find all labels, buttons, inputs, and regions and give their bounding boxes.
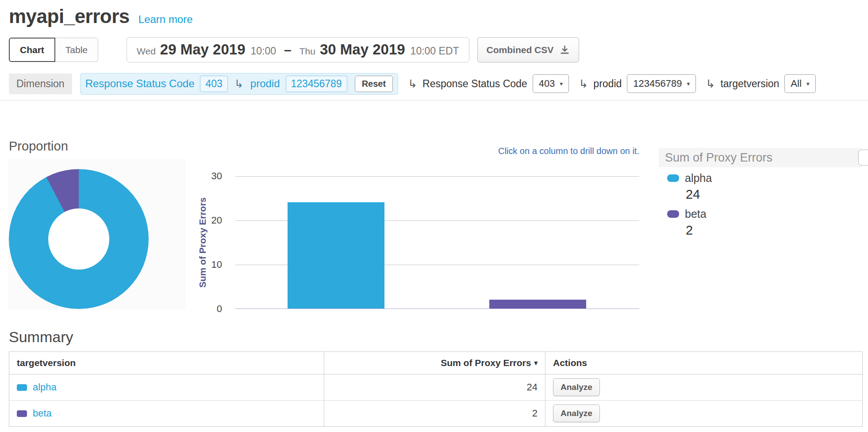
date-end-day: Thu <box>300 46 315 56</box>
donut-panel <box>8 159 186 310</box>
actions-cell: Analyze <box>545 401 862 426</box>
legend: alpha 24 beta 2 <box>667 172 712 243</box>
dimension-label: Dimension <box>9 73 72 94</box>
branch-arrow-icon: ↳ <box>706 77 715 90</box>
drilldown-dimension-name: prodid <box>250 77 280 90</box>
column-header-sum-of-proxy-errors[interactable]: Sum of Proxy Errors ▾ <box>324 352 545 374</box>
summary-title: Summary <box>9 328 73 346</box>
tick-label: 30 <box>211 170 222 182</box>
panel-collapse-handle[interactable] <box>858 150 868 166</box>
toolbar: Chart Table Wed29 May 201910:00–Thu30 Ma… <box>9 37 579 62</box>
table-header-row: targetversion Sum of Proxy Errors ▾ Acti… <box>9 352 862 374</box>
filter-dropdown-prodid[interactable]: 123456789 ▾ <box>627 74 696 93</box>
donut-chart[interactable] <box>9 169 149 309</box>
legend-label: alpha <box>685 172 712 185</box>
table-row-beta: beta 2 Analyze <box>9 400 862 426</box>
row-link-alpha[interactable]: alpha <box>33 382 57 393</box>
legend-panel-header: Sum of Proxy Errors <box>659 148 861 167</box>
y-axis-ticks: 30 20 10 0 <box>200 176 227 309</box>
value-cell: 24 <box>324 374 545 400</box>
legend-value: 2 <box>686 223 712 238</box>
tab-chart[interactable]: Chart <box>9 38 55 62</box>
beta-series-swatch <box>17 410 27 417</box>
branch-arrow-icon: ↳ <box>408 77 417 90</box>
filter-name-prodid: prodid <box>593 78 622 90</box>
date-range-separator: – <box>284 42 292 57</box>
filter-dropdown-response-status-code[interactable]: 403 ▾ <box>533 74 569 93</box>
value-cell: 2 <box>324 401 545 426</box>
legend-item: alpha <box>667 172 712 185</box>
date-end-date: 30 May 2019 <box>320 41 405 58</box>
proportion-title: Proportion <box>9 139 68 154</box>
drilldown-value-chip[interactable]: 403 <box>200 76 227 92</box>
summary-table: targetversion Sum of Proxy Errors ▾ Acti… <box>9 351 863 427</box>
drilldown-arrow-icon: ↳ <box>234 77 244 90</box>
dropdown-selected-value: 123456789 <box>633 78 682 89</box>
learn-more-link[interactable]: Learn more <box>138 13 193 26</box>
table-row-alpha: alpha 24 Analyze <box>9 374 862 400</box>
date-end-time: 10:00 EDT <box>411 45 459 57</box>
alpha-series-swatch <box>17 384 27 391</box>
view-toggle: Chart Table <box>9 38 98 62</box>
branch-arrow-icon: ↳ <box>579 77 588 90</box>
gridline <box>235 176 639 177</box>
tick-label: 0 <box>217 303 222 315</box>
alpha-series-swatch <box>667 174 679 182</box>
section-divider <box>0 100 868 100</box>
bar-chart-plot <box>235 176 639 309</box>
tick-label: 20 <box>211 215 222 226</box>
csv-button-label: Combined CSV <box>487 45 554 55</box>
reset-button[interactable]: Reset <box>355 76 393 92</box>
drilldown-value-chip[interactable]: 123456789 <box>286 76 347 92</box>
page-title: myapi_errors <box>9 5 130 27</box>
dropdown-selected-value: 403 <box>539 78 555 89</box>
drilldown-breadcrumb: Response Status Code 403 ↳ prodid 123456… <box>80 73 398 95</box>
caret-down-icon: ▾ <box>560 80 563 87</box>
bar-alpha[interactable] <box>288 202 384 309</box>
column-header-targetversion: targetversion <box>9 352 324 374</box>
caret-down-icon: ▾ <box>687 80 690 87</box>
bar-beta[interactable] <box>489 300 586 309</box>
baseline <box>235 309 639 309</box>
date-start-time: 10:00 <box>251 45 277 57</box>
analyze-button-alpha[interactable]: Analyze <box>553 378 600 396</box>
analytics-report-page: myapi_errors Learn more Chart Table Wed2… <box>0 0 868 432</box>
legend-label: beta <box>685 208 707 220</box>
caret-down-icon: ▾ <box>807 80 810 87</box>
dimension-filter-bar: Dimension Response Status Code 403 ↳ pro… <box>9 72 864 96</box>
filter-dropdown-targetversion[interactable]: All ▾ <box>784 74 815 93</box>
download-icon <box>560 45 570 55</box>
tab-table[interactable]: Table <box>55 38 98 62</box>
date-start-date: 29 May 2019 <box>160 41 246 58</box>
date-range-picker[interactable]: Wed29 May 201910:00–Thu30 May 201910:00 … <box>127 37 469 62</box>
row-link-beta[interactable]: beta <box>33 408 52 419</box>
drilldown-dimension-name: Response Status Code <box>85 77 195 90</box>
legend-item: beta <box>667 208 712 220</box>
tick-label: 10 <box>211 259 222 270</box>
drilldown-hint-text: Click on a column to drill down on it. <box>498 146 639 156</box>
combined-csv-button[interactable]: Combined CSV <box>477 37 580 62</box>
page-header: myapi_errors Learn more <box>9 5 193 27</box>
targetversion-cell: alpha <box>9 374 324 400</box>
filter-name-targetversion: targetversion <box>720 78 779 90</box>
actions-cell: Analyze <box>545 374 862 400</box>
analyze-button-beta[interactable]: Analyze <box>553 405 600 422</box>
filter-name-response-status-code: Response Status Code <box>422 78 527 90</box>
date-start-day: Wed <box>137 46 156 56</box>
beta-series-swatch <box>667 210 679 218</box>
dropdown-selected-value: All <box>791 78 801 89</box>
column-header-label: Sum of Proxy Errors <box>441 358 531 368</box>
legend-value: 24 <box>686 187 712 202</box>
legend-panel-title: Sum of Proxy Errors <box>665 151 772 165</box>
targetversion-cell: beta <box>9 401 324 426</box>
column-header-actions: Actions <box>545 352 862 374</box>
sort-desc-icon: ▾ <box>534 359 538 367</box>
